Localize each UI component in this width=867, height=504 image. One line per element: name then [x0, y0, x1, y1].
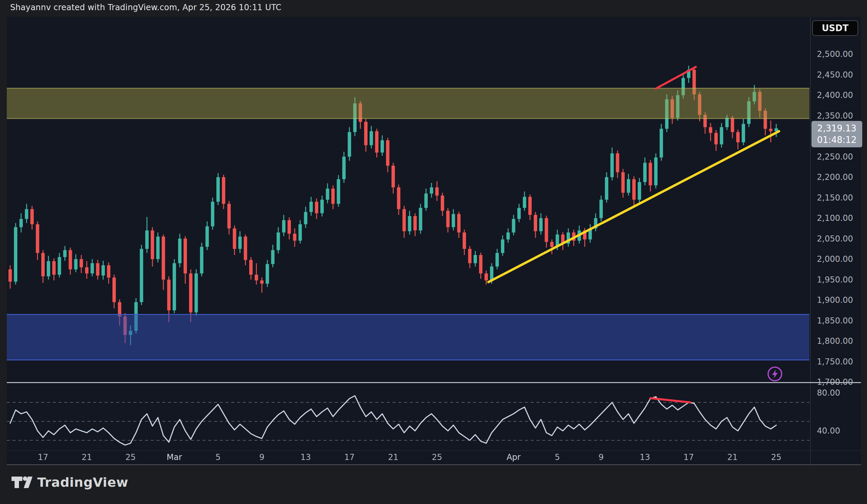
candle: [206, 222, 209, 250]
tradingview-logo[interactable]: TradingView: [11, 475, 128, 490]
candle: [512, 215, 515, 235]
candle: [222, 175, 225, 209]
candle: [277, 227, 280, 253]
rsi-divergence-line[interactable]: [650, 398, 690, 403]
candle: [57, 253, 61, 278]
candle: [107, 262, 110, 284]
candle: [282, 215, 286, 236]
resistance-zone[interactable]: [7, 88, 810, 119]
candle: [90, 259, 94, 276]
candle: [594, 213, 597, 231]
candle: [255, 263, 258, 285]
candle: [419, 204, 422, 234]
price-axis-label: 2,200.00: [817, 172, 853, 182]
candle: [435, 181, 439, 201]
candle: [501, 235, 504, 256]
time-axis-label: 13: [300, 452, 311, 462]
candle: [517, 204, 521, 222]
candle: [561, 232, 565, 250]
candle: [9, 265, 12, 289]
time-axis-label: 25: [432, 452, 442, 462]
lightning-icon: [772, 369, 778, 378]
quote-currency-label: USDT: [822, 23, 848, 33]
support-zone[interactable]: [7, 314, 810, 360]
candle: [79, 255, 83, 273]
candle: [534, 212, 537, 238]
time-axis-label: 13: [640, 452, 650, 462]
candle: [381, 136, 384, 156]
price-axis-label: 1,700.00: [817, 377, 853, 387]
time-axis-label: 9: [598, 452, 603, 462]
candle: [370, 126, 373, 149]
candle: [298, 220, 302, 244]
candle: [271, 245, 275, 268]
price-axis-label: 2,050.00: [817, 234, 853, 244]
rsi-line: [10, 396, 776, 445]
candle: [545, 216, 548, 248]
candle: [414, 213, 417, 236]
candle: [605, 172, 608, 203]
candle: [315, 199, 318, 219]
candle: [85, 261, 88, 279]
time-axis-label: Mar: [167, 452, 182, 462]
time-axis-label: 17: [344, 452, 355, 462]
candle: [528, 194, 532, 220]
price-axis-label: 2,100.00: [817, 213, 853, 223]
quote-currency-badge[interactable]: USDT: [812, 20, 858, 36]
time-axis-label: 21: [727, 452, 738, 462]
candlestick-chart[interactable]: 2,500.002,450.002,400.002,350.002,250.00…: [0, 0, 867, 504]
candle: [36, 222, 39, 260]
candle: [304, 207, 307, 228]
price-axis-label: 1,750.00: [817, 357, 853, 366]
candle: [216, 173, 220, 205]
candle: [660, 124, 663, 161]
candle: [375, 129, 379, 158]
candle: [736, 130, 740, 149]
price-axis-label: 1,800.00: [817, 336, 853, 346]
candle: [331, 185, 335, 209]
candle: [162, 234, 165, 290]
tradingview-logo-icon: [11, 475, 32, 490]
candle: [627, 174, 630, 195]
last-price-value: 2,319.13: [817, 122, 856, 134]
price-axis-label: 1,900.00: [817, 296, 853, 305]
candle: [31, 206, 34, 230]
price-axis-label: 2,400.00: [817, 90, 853, 100]
candle: [266, 260, 269, 287]
price-axis-label: 2,500.00: [817, 50, 853, 59]
candle: [69, 248, 72, 275]
candle: [457, 212, 461, 238]
candle: [441, 193, 444, 216]
candle: [463, 230, 466, 255]
time-axis-label: 25: [771, 452, 782, 462]
time-axis-label: 21: [388, 452, 399, 462]
time-axis-label: 17: [38, 452, 49, 462]
candle: [151, 227, 154, 267]
candle: [632, 176, 636, 207]
candle: [52, 258, 55, 280]
candle: [468, 246, 471, 268]
candle: [599, 195, 603, 221]
quick-trade-button[interactable]: [767, 366, 783, 382]
candle: [101, 261, 105, 280]
price-axis-label: 1,850.00: [817, 316, 853, 325]
candle: [326, 183, 329, 203]
candle: [523, 191, 526, 211]
candle: [742, 119, 745, 145]
candle: [495, 249, 499, 270]
candle: [567, 228, 570, 247]
candle: [506, 228, 510, 243]
ascending-support-trendline[interactable]: [488, 131, 779, 282]
candle: [479, 253, 483, 279]
candle: [145, 217, 149, 253]
candle: [430, 183, 433, 198]
rsi-axis-label: 40.00: [817, 426, 840, 436]
candle: [249, 257, 253, 280]
candle: [41, 250, 45, 283]
candle: [408, 211, 411, 234]
last-price-badge[interactable]: 2,319.13 01:48:12: [812, 121, 862, 147]
candle: [63, 246, 67, 261]
candle: [452, 209, 455, 230]
time-axis-label: 21: [82, 452, 92, 462]
candle: [227, 201, 231, 234]
